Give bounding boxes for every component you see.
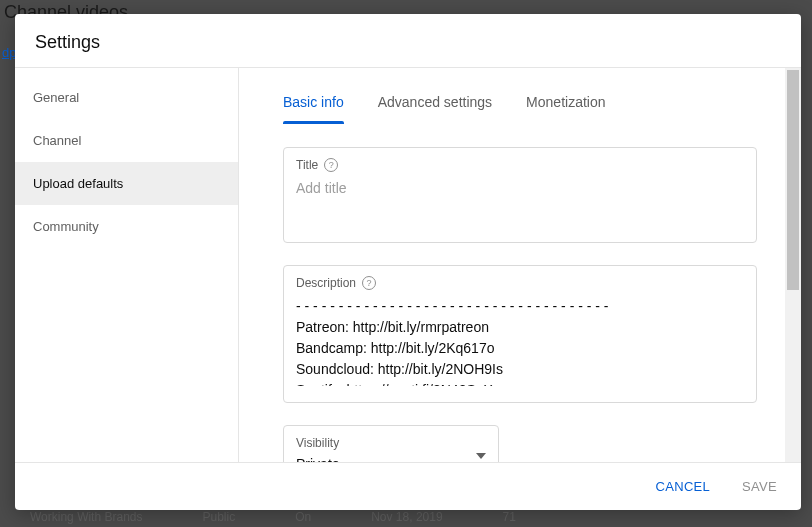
- bg-row-views: 71: [503, 510, 516, 524]
- title-label-row: Title ?: [296, 158, 744, 172]
- content-scrollbar[interactable]: [785, 68, 801, 462]
- cancel-button[interactable]: CANCEL: [652, 473, 715, 500]
- sidebar-item-channel[interactable]: Channel: [15, 119, 238, 162]
- bg-row-title: Working With Brands: [30, 510, 142, 524]
- settings-content: Basic info Advanced settings Monetizatio…: [239, 68, 801, 462]
- dialog-footer: CANCEL SAVE: [15, 462, 801, 510]
- sidebar-item-upload-defaults[interactable]: Upload defaults: [15, 162, 238, 205]
- save-button[interactable]: SAVE: [738, 473, 781, 500]
- content-tabs: Basic info Advanced settings Monetizatio…: [283, 88, 757, 125]
- dialog-body: General Channel Upload defaults Communit…: [15, 68, 801, 462]
- scrollbar-thumb[interactable]: [787, 70, 799, 290]
- visibility-value: Private: [296, 456, 340, 462]
- bg-row-monetization: On: [295, 510, 311, 524]
- description-label-row: Description ?: [296, 276, 744, 290]
- chevron-down-icon: [476, 445, 486, 462]
- settings-dialog: Settings General Channel Upload defaults…: [15, 14, 801, 510]
- title-input[interactable]: [296, 178, 744, 199]
- bg-row-visibility: Public: [202, 510, 235, 524]
- tab-advanced-settings[interactable]: Advanced settings: [378, 88, 492, 124]
- background-row: Working With Brands Public On Nov 18, 20…: [30, 507, 812, 527]
- description-label: Description: [296, 276, 356, 290]
- visibility-select[interactable]: Visibility Private: [283, 425, 499, 462]
- sidebar-item-general[interactable]: General: [15, 76, 238, 119]
- tab-basic-info[interactable]: Basic info: [283, 88, 344, 124]
- help-icon[interactable]: ?: [324, 158, 338, 172]
- bg-row-date: Nov 18, 2019: [371, 510, 442, 524]
- description-textarea[interactable]: [296, 296, 744, 386]
- help-icon[interactable]: ?: [362, 276, 376, 290]
- sidebar-item-community[interactable]: Community: [15, 205, 238, 248]
- dialog-title: Settings: [15, 14, 801, 68]
- tab-monetization[interactable]: Monetization: [526, 88, 605, 124]
- title-field[interactable]: Title ?: [283, 147, 757, 243]
- title-label: Title: [296, 158, 318, 172]
- settings-sidebar: General Channel Upload defaults Communit…: [15, 68, 239, 462]
- description-field[interactable]: Description ?: [283, 265, 757, 403]
- visibility-label: Visibility: [296, 436, 340, 450]
